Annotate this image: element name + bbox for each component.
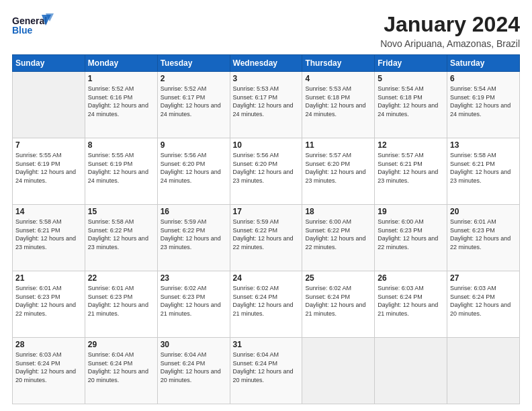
- day-cell: 23Sunrise: 6:02 AMSunset: 6:23 PMDayligh…: [157, 271, 230, 338]
- day-cell: 13Sunrise: 5:58 AMSunset: 6:21 PMDayligh…: [447, 138, 520, 205]
- day-info: Sunrise: 5:56 AMSunset: 6:20 PMDaylight:…: [233, 151, 300, 185]
- day-cell: 17Sunrise: 5:59 AMSunset: 6:22 PMDayligh…: [230, 205, 302, 271]
- day-cell: 7Sunrise: 5:55 AMSunset: 6:19 PMDaylight…: [13, 138, 85, 205]
- day-info: Sunrise: 6:04 AMSunset: 6:24 PMDaylight:…: [161, 351, 227, 384]
- day-cell: 1Sunrise: 5:52 AMSunset: 6:16 PMDaylight…: [85, 72, 157, 138]
- header-row: SundayMondayTuesdayWednesdayThursdayFrid…: [13, 55, 520, 72]
- day-cell: 5Sunrise: 5:54 AMSunset: 6:18 PMDaylight…: [375, 72, 447, 138]
- day-info: Sunrise: 6:03 AMSunset: 6:24 PMDaylight:…: [450, 284, 517, 318]
- col-header-monday: Monday: [85, 55, 157, 72]
- day-number: 19: [378, 207, 444, 216]
- day-number: 28: [15, 340, 82, 349]
- day-number: 23: [161, 273, 227, 283]
- day-cell: 8Sunrise: 5:55 AMSunset: 6:19 PMDaylight…: [85, 138, 157, 205]
- day-number: 8: [88, 140, 154, 150]
- day-number: 4: [305, 74, 371, 83]
- day-number: 29: [88, 340, 154, 349]
- day-info: Sunrise: 5:52 AMSunset: 6:16 PMDaylight:…: [88, 85, 154, 118]
- day-number: 10: [233, 140, 300, 150]
- day-info: Sunrise: 5:58 AMSunset: 6:21 PMDaylight:…: [15, 218, 82, 251]
- day-info: Sunrise: 5:57 AMSunset: 6:21 PMDaylight:…: [378, 151, 444, 185]
- day-cell: 31Sunrise: 6:04 AMSunset: 6:24 PMDayligh…: [230, 338, 302, 404]
- day-info: Sunrise: 5:55 AMSunset: 6:19 PMDaylight:…: [88, 151, 154, 185]
- day-info: Sunrise: 5:52 AMSunset: 6:17 PMDaylight:…: [161, 85, 227, 118]
- day-info: Sunrise: 5:55 AMSunset: 6:19 PMDaylight:…: [15, 151, 82, 185]
- day-cell: 12Sunrise: 5:57 AMSunset: 6:21 PMDayligh…: [375, 138, 447, 205]
- day-cell: 15Sunrise: 5:58 AMSunset: 6:22 PMDayligh…: [85, 205, 157, 271]
- day-number: 30: [161, 340, 227, 349]
- day-number: 26: [378, 273, 444, 283]
- day-info: Sunrise: 6:04 AMSunset: 6:24 PMDaylight:…: [233, 351, 300, 384]
- week-row: 7Sunrise: 5:55 AMSunset: 6:19 PMDaylight…: [13, 138, 520, 205]
- page: General Blue January 2024 Novo Aripuana,…: [0, 0, 532, 411]
- day-cell: 18Sunrise: 6:00 AMSunset: 6:22 PMDayligh…: [302, 205, 375, 271]
- day-number: 22: [88, 273, 154, 283]
- day-cell: 26Sunrise: 6:03 AMSunset: 6:24 PMDayligh…: [375, 271, 447, 338]
- day-number: 1: [88, 74, 154, 83]
- day-cell: [375, 338, 447, 404]
- day-cell: 30Sunrise: 6:04 AMSunset: 6:24 PMDayligh…: [157, 338, 230, 404]
- day-number: 13: [450, 140, 517, 150]
- logo-area: General Blue: [12, 12, 59, 42]
- day-number: 3: [233, 74, 300, 83]
- day-info: Sunrise: 5:57 AMSunset: 6:20 PMDaylight:…: [305, 151, 371, 185]
- day-info: Sunrise: 6:01 AMSunset: 6:23 PMDaylight:…: [88, 284, 154, 318]
- day-info: Sunrise: 5:59 AMSunset: 6:22 PMDaylight:…: [233, 218, 300, 251]
- day-cell: 10Sunrise: 5:56 AMSunset: 6:20 PMDayligh…: [230, 138, 302, 205]
- day-number: 17: [233, 207, 300, 216]
- location: Novo Aripuana, Amazonas, Brazil: [380, 38, 520, 49]
- header: General Blue January 2024 Novo Aripuana,…: [12, 12, 520, 49]
- day-number: 6: [450, 74, 517, 83]
- logo-svg: General Blue: [12, 12, 59, 42]
- day-number: 25: [305, 273, 371, 283]
- day-info: Sunrise: 6:03 AMSunset: 6:24 PMDaylight:…: [378, 284, 444, 318]
- day-cell: 9Sunrise: 5:56 AMSunset: 6:20 PMDaylight…: [157, 138, 230, 205]
- day-cell: 11Sunrise: 5:57 AMSunset: 6:20 PMDayligh…: [302, 138, 375, 205]
- day-cell: 3Sunrise: 5:53 AMSunset: 6:17 PMDaylight…: [230, 72, 302, 138]
- day-info: Sunrise: 6:03 AMSunset: 6:24 PMDaylight:…: [15, 351, 82, 384]
- day-cell: 2Sunrise: 5:52 AMSunset: 6:17 PMDaylight…: [157, 72, 230, 138]
- col-header-sunday: Sunday: [13, 55, 85, 72]
- day-number: 31: [233, 340, 300, 349]
- day-info: Sunrise: 6:02 AMSunset: 6:24 PMDaylight:…: [305, 284, 371, 318]
- day-cell: 24Sunrise: 6:02 AMSunset: 6:24 PMDayligh…: [230, 271, 302, 338]
- day-number: 24: [233, 273, 300, 283]
- col-header-friday: Friday: [375, 55, 447, 72]
- day-number: 14: [15, 207, 82, 216]
- day-number: 12: [378, 140, 444, 150]
- week-row: 14Sunrise: 5:58 AMSunset: 6:21 PMDayligh…: [13, 205, 520, 271]
- day-info: Sunrise: 6:01 AMSunset: 6:23 PMDaylight:…: [15, 284, 82, 318]
- day-info: Sunrise: 5:56 AMSunset: 6:20 PMDaylight:…: [161, 151, 227, 185]
- day-cell: 22Sunrise: 6:01 AMSunset: 6:23 PMDayligh…: [85, 271, 157, 338]
- day-number: 27: [450, 273, 517, 283]
- week-row: 28Sunrise: 6:03 AMSunset: 6:24 PMDayligh…: [13, 338, 520, 404]
- col-header-wednesday: Wednesday: [230, 55, 302, 72]
- day-cell: 20Sunrise: 6:01 AMSunset: 6:23 PMDayligh…: [447, 205, 520, 271]
- day-info: Sunrise: 5:53 AMSunset: 6:17 PMDaylight:…: [233, 85, 300, 118]
- week-row: 21Sunrise: 6:01 AMSunset: 6:23 PMDayligh…: [13, 271, 520, 338]
- day-info: Sunrise: 6:04 AMSunset: 6:24 PMDaylight:…: [88, 351, 154, 384]
- day-number: 5: [378, 74, 444, 83]
- day-info: Sunrise: 5:59 AMSunset: 6:22 PMDaylight:…: [161, 218, 227, 251]
- day-cell: 25Sunrise: 6:02 AMSunset: 6:24 PMDayligh…: [302, 271, 375, 338]
- day-cell: 14Sunrise: 5:58 AMSunset: 6:21 PMDayligh…: [13, 205, 85, 271]
- day-cell: 19Sunrise: 6:00 AMSunset: 6:23 PMDayligh…: [375, 205, 447, 271]
- day-cell: 28Sunrise: 6:03 AMSunset: 6:24 PMDayligh…: [13, 338, 85, 404]
- day-number: 20: [450, 207, 517, 216]
- day-info: Sunrise: 5:58 AMSunset: 6:21 PMDaylight:…: [450, 151, 517, 185]
- day-cell: 27Sunrise: 6:03 AMSunset: 6:24 PMDayligh…: [447, 271, 520, 338]
- day-info: Sunrise: 5:53 AMSunset: 6:18 PMDaylight:…: [305, 85, 371, 118]
- day-info: Sunrise: 5:54 AMSunset: 6:19 PMDaylight:…: [450, 85, 517, 118]
- day-cell: 6Sunrise: 5:54 AMSunset: 6:19 PMDaylight…: [447, 72, 520, 138]
- day-number: 21: [15, 273, 82, 283]
- day-number: 15: [88, 207, 154, 216]
- col-header-saturday: Saturday: [447, 55, 520, 72]
- day-info: Sunrise: 6:00 AMSunset: 6:23 PMDaylight:…: [378, 218, 444, 251]
- month-title: January 2024: [380, 12, 520, 37]
- calendar: SundayMondayTuesdayWednesdayThursdayFrid…: [12, 54, 520, 404]
- svg-text:Blue: Blue: [12, 25, 33, 36]
- col-header-thursday: Thursday: [302, 55, 375, 72]
- day-cell: 16Sunrise: 5:59 AMSunset: 6:22 PMDayligh…: [157, 205, 230, 271]
- day-info: Sunrise: 6:02 AMSunset: 6:23 PMDaylight:…: [161, 284, 227, 318]
- title-area: January 2024 Novo Aripuana, Amazonas, Br…: [380, 12, 520, 49]
